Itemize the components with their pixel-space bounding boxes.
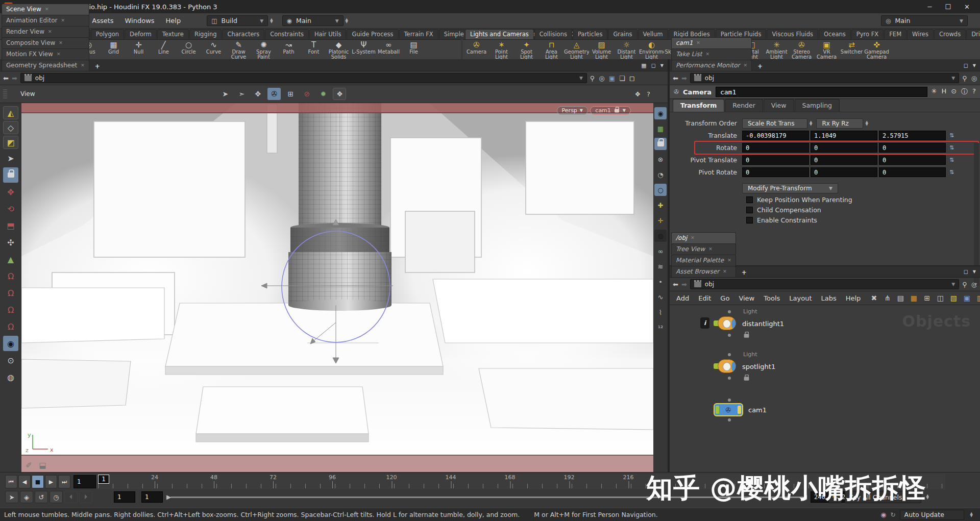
- shelf-tool[interactable]: ⇄Switcher: [839, 41, 864, 55]
- left-toolbar-icon[interactable]: [3, 167, 18, 183]
- value-ladder-icon[interactable]: ⇅: [949, 169, 954, 176]
- param-value-field[interactable]: 0: [742, 143, 809, 153]
- left-toolbar-icon[interactable]: Ω: [3, 319, 18, 334]
- param-header-icon[interactable]: ?: [972, 87, 976, 96]
- shelf-tool[interactable]: ◆Platonic Solids: [326, 41, 351, 60]
- shelf-tool[interactable]: ∿Curve: [201, 41, 226, 55]
- network-menu-item[interactable]: Go: [716, 294, 734, 302]
- view-tool-button[interactable]: ⊞: [284, 88, 297, 100]
- forward-icon[interactable]: ➡: [681, 281, 687, 288]
- rot-spinner[interactable]: ▲▼: [865, 121, 868, 126]
- shelf-tab[interactable]: Characters: [222, 29, 264, 39]
- pane-grid-icon[interactable]: ▦: [641, 62, 646, 69]
- network-menu-item[interactable]: Add: [672, 294, 694, 302]
- left-toolbar-icon[interactable]: ◩: [3, 136, 18, 149]
- display-toggle-icon[interactable]: ▦: [654, 122, 667, 135]
- param-value-field[interactable]: 0: [879, 167, 946, 177]
- shelf-tab[interactable]: Collisions: [534, 29, 572, 39]
- pane-maximize-icon[interactable]: ◻: [651, 62, 656, 69]
- pane-tab[interactable]: Composite View✕: [2, 37, 89, 48]
- radial-menu-combo[interactable]: ◎Main▼: [881, 15, 968, 26]
- pane-maximize-icon[interactable]: ◻: [964, 62, 968, 69]
- param-value-field[interactable]: 1.1049: [811, 131, 877, 140]
- shelf-tab[interactable]: Crowds: [934, 29, 966, 39]
- network-toolbar-icon[interactable]: ✖: [868, 292, 879, 304]
- next-key-button[interactable]: ⏵: [79, 491, 92, 503]
- network-menu-item[interactable]: Edit: [694, 294, 716, 302]
- shelf-tab[interactable]: FEM: [884, 29, 906, 39]
- value-ladder-icon[interactable]: ⇅: [949, 157, 954, 163]
- playhead-flag[interactable]: 1: [98, 475, 109, 484]
- shelf-tab[interactable]: Polygon: [91, 29, 124, 39]
- shelf-tool[interactable]: ▦Grid: [101, 41, 126, 55]
- display-toggle-icon[interactable]: ∞: [654, 245, 667, 257]
- close-tab-icon[interactable]: ✕: [696, 40, 700, 45]
- param-folder-tab[interactable]: Transform: [673, 99, 724, 112]
- layout-options-icon[interactable]: ❖: [634, 90, 641, 98]
- audio-toggle-icon[interactable]: ◈: [20, 491, 33, 503]
- shelf-tab[interactable]: Deform: [125, 29, 157, 39]
- display-toggle-icon[interactable]: ○: [654, 184, 667, 196]
- shelf-tool[interactable]: ✇Camera: [464, 41, 489, 55]
- build-spinner[interactable]: ▲▼: [270, 18, 273, 23]
- node-name-field[interactable]: cam1: [716, 87, 927, 97]
- close-tab-icon[interactable]: ✕: [61, 18, 65, 23]
- path-field[interactable]: obj▼: [690, 73, 959, 83]
- shelf-set-combo[interactable]: ◉ Main▼: [282, 15, 344, 26]
- pane-tab[interactable]: Geometry Spreadsheet✕: [2, 60, 89, 71]
- view-tool-button[interactable]: ✥: [251, 88, 264, 100]
- param-value-field[interactable]: 0: [879, 155, 946, 165]
- left-toolbar-icon[interactable]: ➤: [3, 151, 18, 166]
- left-toolbar-icon[interactable]: ✣: [3, 235, 18, 250]
- geometry-mode-icon[interactable]: ❏: [619, 75, 625, 82]
- forward-icon[interactable]: ➡: [681, 75, 687, 82]
- display-toggle-icon[interactable]: ✚: [654, 199, 667, 211]
- shelf-tab[interactable]: Particles: [573, 29, 607, 39]
- shelf-tool[interactable]: ◬Geometry Light: [564, 41, 589, 60]
- follow-playhead-icon[interactable]: ➤: [5, 491, 18, 503]
- stop-button[interactable]: ■: [32, 475, 44, 488]
- play-reverse-button[interactable]: ◀: [18, 475, 31, 488]
- shelf-tab[interactable]: Pyro FX: [851, 29, 884, 39]
- pane-tab[interactable]: Take List✕: [671, 48, 752, 60]
- view-tool-button[interactable]: ➣: [235, 88, 248, 100]
- shelf-tool[interactable]: ○Circle: [176, 41, 201, 55]
- param-folder-tab[interactable]: Sampling: [795, 99, 840, 112]
- menu-item[interactable]: Help: [160, 17, 187, 24]
- maximize-viewport-icon[interactable]: ◻: [629, 75, 635, 82]
- camera-selector-pill[interactable]: cam1▼: [590, 106, 631, 115]
- close-tab-icon[interactable]: ✕: [705, 52, 709, 57]
- prev-key-button[interactable]: ⏴: [64, 491, 78, 503]
- network-menu-item[interactable]: Layout: [785, 294, 816, 302]
- checkbox[interactable]: [746, 217, 753, 224]
- param-value-field[interactable]: 0: [811, 167, 877, 177]
- pin-icon[interactable]: ⚲: [962, 75, 967, 82]
- left-toolbar-icon[interactable]: ✥: [3, 184, 18, 200]
- display-toggle-icon[interactable]: ∿: [654, 291, 667, 303]
- close-button[interactable]: ✕: [964, 3, 970, 11]
- pin-icon[interactable]: ⚲: [590, 75, 595, 82]
- shelf-tool[interactable]: ✶Point Light: [489, 41, 514, 60]
- network-toolbar-icon[interactable]: ◫: [935, 292, 946, 304]
- pane-tab[interactable]: Material Palette✕: [671, 255, 736, 266]
- left-toolbar-icon[interactable]: ◉: [3, 336, 18, 351]
- network-menu-item[interactable]: Labs: [816, 294, 841, 302]
- value-ladder-icon[interactable]: ⇅: [949, 132, 954, 139]
- network-canvas[interactable]: Objects i Light distantlight1 Light spot…: [670, 305, 980, 472]
- pane-tab[interactable]: Animation Editor✕: [2, 15, 89, 26]
- display-toggle-icon[interactable]: •: [654, 276, 667, 288]
- back-icon[interactable]: ⬅: [3, 75, 9, 82]
- shelf-tool[interactable]: ✛Null: [126, 41, 151, 55]
- network-toolbar-icon[interactable]: ▤: [895, 292, 906, 304]
- close-tab-icon[interactable]: ✕: [57, 52, 61, 57]
- shelf-tool[interactable]: ◐Environment Light: [639, 41, 664, 60]
- network-toolbar-icon[interactable]: ▣: [961, 292, 972, 304]
- pane-tab[interactable]: Scene View✕: [2, 4, 89, 15]
- param-value-field[interactable]: 0: [811, 155, 877, 165]
- pane-tab[interactable]: Performance Monitor✕: [671, 60, 752, 71]
- network-toolbar-icon[interactable]: ▧: [948, 292, 959, 304]
- shelf-tab[interactable]: Oceans: [819, 29, 851, 39]
- new-tab-button[interactable]: +: [90, 62, 105, 71]
- realtime-toggle-icon[interactable]: ◷: [50, 491, 63, 503]
- shelf-tab[interactable]: Wires: [907, 29, 934, 39]
